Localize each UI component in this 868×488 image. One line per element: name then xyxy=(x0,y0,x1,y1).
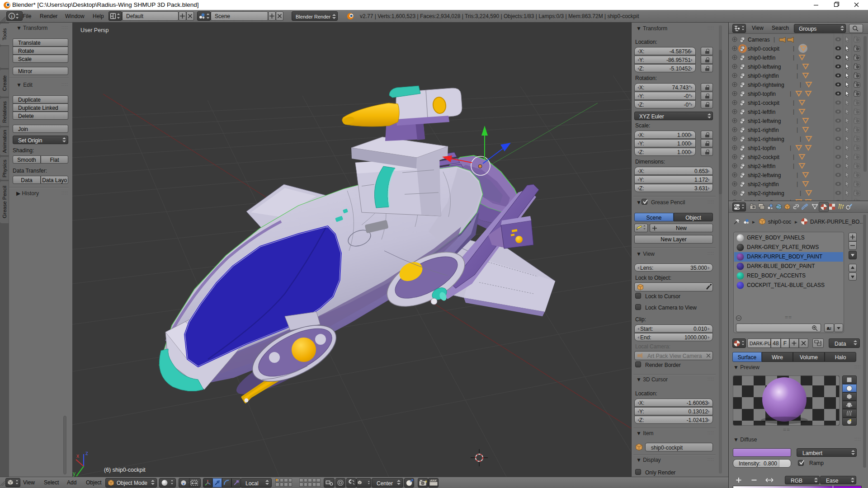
svg-text:Tools: Tools xyxy=(2,28,7,40)
svg-text:(6) ship0-cockpit: (6) ship0-cockpit xyxy=(104,467,146,473)
svg-text:User Persp: User Persp xyxy=(80,27,109,33)
svg-text:Relations: Relations xyxy=(2,101,7,123)
svg-text:Grease Pencil: Grease Pencil xyxy=(2,186,7,218)
svg-text:x: x xyxy=(76,453,79,459)
svg-text:Animation: Animation xyxy=(2,130,7,153)
svg-text:i: i xyxy=(11,14,12,19)
svg-text:z: z xyxy=(85,450,88,456)
svg-text:Physics: Physics xyxy=(2,160,7,178)
svg-text:Create: Create xyxy=(2,75,7,91)
svg-text:y: y xyxy=(73,470,75,477)
